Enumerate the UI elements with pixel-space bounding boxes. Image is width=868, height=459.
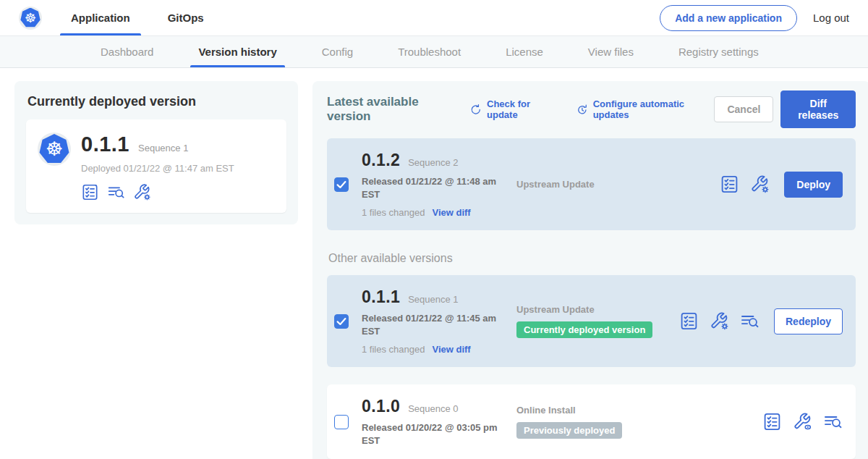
version-select-checkbox[interactable] [334, 415, 349, 429]
sequence-label: Sequence 1 [408, 294, 458, 305]
subnav-license[interactable]: License [483, 36, 566, 67]
view-diff-link[interactable]: View diff [432, 344, 470, 355]
main-content: Currently deployed version ☸ 0.1.1 Seque… [0, 68, 868, 459]
subnav-registry-settings[interactable]: Registry settings [656, 36, 781, 67]
diff-releases-button[interactable]: Diff releases [780, 90, 856, 128]
deployed-sequence-label: Sequence 1 [138, 143, 188, 153]
released-timestamp: Released 01/20/22 @ 03:05 pm EST [362, 421, 506, 447]
tab-application[interactable]: Application [68, 0, 133, 35]
currently-deployed-panel: Currently deployed version ☸ 0.1.1 Seque… [14, 81, 298, 224]
currently-deployed-badge: Currently deployed version [516, 321, 652, 338]
subnav-dashboard[interactable]: Dashboard [78, 36, 176, 67]
version-row-0-1-1: 0.1.1 Sequence 1 Released 01/21/22 @ 11:… [327, 275, 856, 367]
tab-gitops[interactable]: GitOps [165, 0, 207, 35]
version-number: 0.1.0 [362, 397, 400, 416]
version-number: 0.1.2 [362, 151, 400, 170]
checkmark-icon [335, 177, 348, 192]
latest-available-title: Latest available version [327, 95, 456, 124]
version-row-0-1-2: 0.1.2 Sequence 2 Released 01/21/22 @ 11:… [327, 138, 856, 230]
configure-automatic-updates-label: Configure automatic updates [593, 98, 715, 120]
released-timestamp: Released 01/21/22 @ 11:45 am EST [362, 312, 506, 337]
deploy-button[interactable]: Deploy [784, 172, 843, 198]
released-timestamp: Released 01/21/22 @ 11:48 am EST [362, 175, 506, 201]
config-wrench-eye-icon[interactable] [793, 412, 812, 431]
other-available-versions-label: Other available versions [328, 252, 856, 265]
config-wrench-gear-icon[interactable] [750, 174, 770, 194]
files-changed-label: 1 files changed [362, 207, 425, 218]
sequence-label: Sequence 0 [408, 403, 458, 414]
logout-button[interactable]: Log out [813, 12, 849, 24]
deployed-version-number: 0.1.1 [81, 132, 129, 156]
configure-automatic-updates-link[interactable]: Configure automatic updates [576, 98, 715, 120]
subnav-troubleshoot[interactable]: Troubleshoot [375, 36, 483, 67]
app-subnav: Dashboard Version history Config Trouble… [0, 36, 868, 68]
files-changed-label: 1 files changed [362, 344, 425, 355]
previously-deployed-badge: Previously deployed [516, 422, 622, 439]
cancel-button[interactable]: Cancel [714, 96, 773, 122]
deployed-version-card: ☸ 0.1.1 Sequence 1 Deployed 01/21/22 @ 1… [26, 119, 286, 213]
version-row-0-1-0: 0.1.0 Sequence 0 Released 01/20/22 @ 03:… [327, 384, 856, 459]
deployed-panel-title: Currently deployed version [27, 94, 286, 109]
app-tabs: Application GitOps [68, 0, 207, 35]
kubernetes-logo-icon: ☸ [19, 7, 42, 30]
version-source-label: Upstream Update [516, 304, 679, 315]
version-number: 0.1.1 [362, 287, 400, 307]
add-new-application-button[interactable]: Add a new application [660, 5, 797, 31]
preflight-checklist-icon[interactable] [81, 183, 99, 201]
sequence-label: Sequence 2 [408, 157, 458, 168]
refresh-icon [469, 103, 482, 117]
clock-arrow-icon [576, 103, 589, 117]
subnav-version-history[interactable]: Version history [176, 36, 299, 67]
config-wrench-gear-icon[interactable] [710, 311, 729, 331]
redeploy-button[interactable]: Redeploy [774, 308, 843, 334]
config-wrench-gear-icon[interactable] [133, 183, 151, 201]
check-for-update-link[interactable]: Check for update [469, 98, 558, 120]
version-source-label: Upstream Update [516, 179, 679, 190]
release-notes-diff-icon[interactable] [823, 412, 843, 431]
subnav-config[interactable]: Config [299, 36, 375, 67]
release-notes-diff-icon[interactable] [107, 183, 125, 201]
checkmark-icon [335, 314, 348, 329]
deployed-timestamp: Deployed 01/21/22 @ 11:47 am EST [81, 163, 234, 174]
preflight-checklist-icon[interactable] [679, 311, 699, 331]
top-bar: ☸ Application GitOps Add a new applicati… [0, 0, 868, 36]
version-select-checkbox[interactable] [334, 314, 349, 329]
check-for-update-label: Check for update [487, 98, 558, 120]
version-source-label: Online Install [516, 405, 679, 416]
preflight-checklist-icon[interactable] [762, 412, 782, 431]
version-history-panel: Latest available version Check for updat… [312, 81, 868, 459]
preflight-checklist-icon[interactable] [720, 174, 739, 194]
release-notes-diff-icon[interactable] [740, 311, 760, 331]
view-diff-link[interactable]: View diff [432, 207, 470, 218]
app-icon-kubernetes: ☸ [38, 132, 71, 166]
version-select-checkbox[interactable] [334, 177, 349, 192]
subnav-view-files[interactable]: View files [566, 36, 656, 67]
